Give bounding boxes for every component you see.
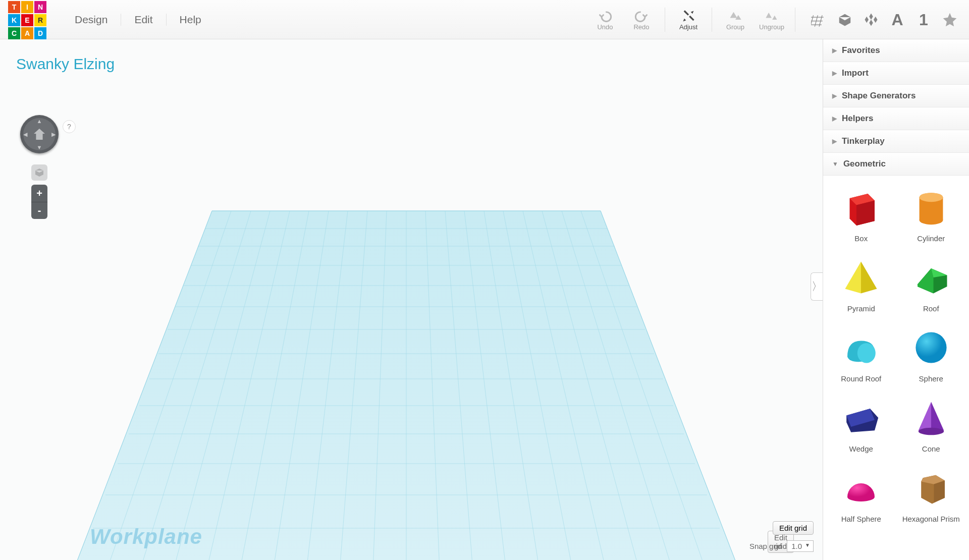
section-label: Shape Generators	[842, 91, 916, 101]
section-shape-generators[interactable]: ▶Shape Generators	[823, 85, 969, 107]
shape-hexagonal-prism[interactable]: Hexagonal Prism	[898, 465, 964, 523]
nav-down-icon[interactable]: ▼	[37, 144, 42, 150]
toolbar-divider-2	[712, 8, 712, 32]
shape-wedge[interactable]: Wedge	[828, 395, 894, 453]
shape-label: Pyramid	[847, 304, 875, 313]
chevron-right-icon: ▶	[832, 138, 837, 145]
chevron-right-icon: ▶	[832, 47, 837, 54]
pattern-tool-icon[interactable]	[861, 10, 881, 30]
workplane-grid[interactable]	[66, 201, 747, 560]
svg-marker-46	[845, 262, 862, 294]
shape-label: Wedge	[849, 444, 873, 453]
section-tinkerplay[interactable]: ▶Tinkerplay	[823, 130, 969, 153]
section-label: Helpers	[842, 114, 873, 124]
zoom-in-button[interactable]: +	[31, 185, 47, 202]
group-label: Group	[726, 23, 744, 31]
logo-a: A	[21, 27, 33, 39]
nav-left-icon[interactable]: ◀	[23, 131, 27, 138]
shape-half-sphere[interactable]: Half Sphere	[828, 465, 894, 523]
panel-toggle-button[interactable]: 〉	[811, 272, 823, 301]
svg-point-56	[919, 428, 944, 435]
chevron-right-icon: ▶	[832, 92, 837, 99]
group-icon	[728, 9, 742, 23]
menu-help[interactable]: Help	[167, 14, 214, 26]
project-title[interactable]: Swanky Elzing	[16, 55, 115, 73]
shape-label: Box	[854, 234, 868, 243]
undo-label: Undo	[597, 23, 613, 31]
shape-cone[interactable]: Cone	[898, 395, 964, 453]
logo-r: R	[34, 14, 46, 26]
number-tool-icon[interactable]: 1	[913, 10, 934, 30]
logo-k: K	[8, 14, 20, 26]
ungroup-icon	[765, 9, 779, 23]
chevron-right-icon: ▶	[832, 70, 837, 77]
fit-view-button[interactable]	[31, 164, 47, 181]
nav-right-icon[interactable]: ▶	[51, 131, 56, 138]
shape-label: Round Roof	[841, 374, 881, 383]
undo-icon	[598, 9, 612, 23]
zoom-out-button[interactable]: -	[31, 202, 47, 219]
view-navball[interactable]: ▲ ▼ ◀ ▶	[20, 115, 59, 153]
chevron-right-icon: ▶	[832, 115, 837, 122]
workplane-tool-icon[interactable]	[809, 10, 829, 30]
nav-up-icon[interactable]: ▲	[37, 118, 42, 124]
svg-point-51	[916, 332, 946, 363]
toolbar-divider-3	[795, 8, 795, 32]
logo-c: C	[8, 27, 20, 39]
svg-point-43	[919, 215, 943, 225]
main-menu: Design Edit Help	[62, 14, 214, 26]
toolbar-right: Undo Redo Adjust Group Ungroup A 1	[589, 0, 960, 39]
logo-d: D	[34, 27, 46, 39]
section-label: Import	[842, 68, 869, 78]
tinkercad-logo[interactable]: T I N K E R C A D	[7, 0, 46, 39]
redo-icon	[634, 9, 649, 23]
shape-label: Half Sphere	[841, 515, 881, 523]
adjust-icon	[681, 9, 695, 23]
group-button[interactable]: Group	[719, 5, 751, 35]
shape-sphere[interactable]: Sphere	[898, 325, 964, 383]
section-label: Favorites	[842, 45, 880, 55]
svg-point-50	[857, 343, 876, 363]
snap-grid-label: Snap grid	[749, 542, 782, 550]
chevron-down-icon: ▼	[832, 160, 838, 167]
undo-button[interactable]: Undo	[589, 5, 621, 35]
toolbar-divider	[665, 8, 665, 32]
shape-label: Cylinder	[917, 234, 945, 243]
section-label: Tinkerplay	[842, 136, 885, 146]
adjust-button[interactable]: Adjust	[672, 5, 705, 35]
section-geometric[interactable]: ▼Geometric	[823, 153, 969, 176]
shape-label: Roof	[923, 304, 939, 313]
shape-pyramid[interactable]: Pyramid	[828, 255, 894, 313]
home-icon[interactable]	[34, 129, 45, 140]
ungroup-label: Ungroup	[759, 23, 784, 31]
workspace[interactable]: Swanky Elzing ▲ ▼ ◀ ▶ ? + -	[0, 39, 823, 560]
shape-box[interactable]: Box	[828, 185, 894, 243]
snap-grid-select[interactable]: 1.0	[787, 540, 814, 552]
section-favorites[interactable]: ▶Favorites	[823, 39, 969, 62]
shape-cylinder[interactable]: Cylinder	[898, 185, 964, 243]
workplane-label: Workplane	[90, 525, 202, 549]
shape-roof[interactable]: Roof	[898, 255, 964, 313]
view-controls: + -	[31, 164, 47, 219]
cube-icon	[35, 168, 44, 177]
section-helpers[interactable]: ▶Helpers	[823, 107, 969, 130]
svg-marker-45	[861, 262, 877, 294]
shape-label: Hexagonal Prism	[902, 515, 960, 523]
redo-button[interactable]: Redo	[625, 5, 658, 35]
menu-edit[interactable]: Edit	[121, 14, 166, 26]
section-import[interactable]: ▶Import	[823, 62, 969, 85]
star-tool-icon[interactable]	[940, 10, 960, 30]
menu-design[interactable]: Design	[62, 14, 121, 26]
logo-i: I	[21, 1, 33, 13]
shapes-panel: ▶Favorites ▶Import ▶Shape Generators ▶He…	[823, 39, 969, 560]
svg-marker-48	[918, 268, 934, 294]
help-button[interactable]: ?	[63, 120, 76, 133]
ungroup-button[interactable]: Ungroup	[756, 5, 788, 35]
box-tool-icon[interactable]	[835, 10, 855, 30]
shape-round-roof[interactable]: Round Roof	[828, 325, 894, 383]
edit-grid-button-2[interactable]: Edit grid	[773, 521, 814, 535]
text-tool-icon[interactable]: A	[887, 10, 907, 30]
redo-label: Redo	[633, 23, 649, 31]
shape-label: Cone	[922, 444, 940, 453]
tool-category-icons: A 1	[809, 10, 960, 30]
